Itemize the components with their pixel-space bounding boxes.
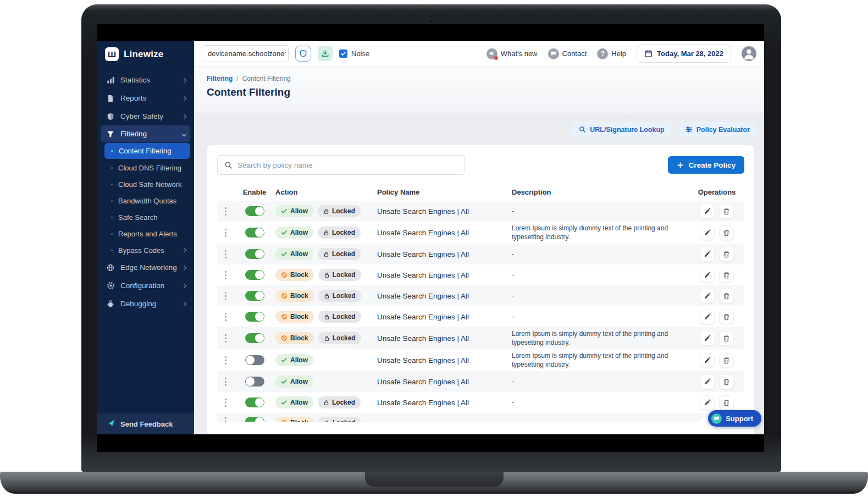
sidebar-item-bandwidth-quotas[interactable]: Bandwidth Quotas (97, 192, 194, 209)
sidebar-item-safe-search[interactable]: Safe Search (97, 209, 194, 225)
help-button[interactable]: ? Help (597, 48, 626, 59)
locked-badge: Locked (318, 290, 361, 302)
drag-handle-icon[interactable] (224, 250, 227, 259)
sidebar-item-content-filtering[interactable]: Content Filtering (104, 143, 190, 159)
delete-button[interactable] (719, 395, 734, 410)
drag-handle-icon[interactable] (224, 417, 227, 422)
enable-toggle[interactable] (245, 228, 264, 238)
delete-button[interactable] (719, 268, 734, 283)
brand-logo[interactable]: Ш Linewize (97, 41, 194, 67)
drag-handle-icon[interactable] (224, 377, 227, 386)
date-label: Today, Mar 28, 2022 (657, 49, 723, 58)
locked-badge: Locked (318, 227, 361, 239)
search-input[interactable] (237, 161, 458, 169)
sidebar-item-edge-networking[interactable]: Edge Networking (97, 258, 194, 277)
policy-name: Unsafe Search Engines | All (377, 313, 512, 321)
bug-icon (106, 300, 115, 308)
enable-toggle[interactable] (245, 333, 264, 343)
edit-button[interactable] (700, 268, 715, 283)
sidebar-item-filtering[interactable]: Filtering (101, 125, 190, 142)
enable-toggle[interactable] (245, 377, 264, 386)
whats-new-button[interactable]: What's new (486, 48, 538, 59)
drag-handle-icon[interactable] (224, 207, 227, 216)
edit-button[interactable] (700, 225, 715, 240)
person-icon (742, 46, 756, 61)
shield-toggle-button[interactable] (295, 46, 311, 62)
drag-handle-icon[interactable] (224, 334, 227, 343)
send-feedback-label: Send Feedback (120, 420, 173, 428)
date-picker-button[interactable]: Today, Mar 28, 2022 (637, 45, 731, 63)
support-chat-icon (711, 413, 722, 424)
send-feedback-button[interactable]: Send Feedback (97, 413, 194, 434)
sidebar-item-statistics[interactable]: Statistics (97, 71, 194, 89)
sidebar-item-reports[interactable]: Reports (97, 89, 194, 107)
policy-search[interactable] (217, 155, 465, 175)
delete-button[interactable] (719, 225, 734, 240)
table-row: Allow Allow Locked Unsafe Search Engines… (217, 201, 744, 222)
block-icon (281, 313, 288, 320)
sidebar-item-bypass-codes[interactable]: Bypass Codes (97, 242, 194, 258)
policy-name: Unsafe Search Engines | All (377, 207, 512, 216)
edit-button[interactable] (700, 247, 715, 262)
sidebar-item-cyber-safety[interactable]: Cyber Safety (97, 107, 194, 125)
url-signature-lookup-button[interactable]: URL/Signature Lookup (572, 122, 671, 137)
policy-evaluator-button[interactable]: Policy Evaluator (679, 122, 756, 137)
pencil-icon (704, 251, 711, 258)
drag-handle-icon[interactable] (224, 398, 227, 407)
drag-handle-icon[interactable] (224, 228, 227, 238)
delete-button[interactable] (719, 374, 734, 389)
trash-icon (723, 313, 730, 321)
enable-toggle[interactable] (245, 206, 264, 216)
enable-toggle[interactable] (245, 417, 264, 422)
enable-toggle[interactable] (245, 270, 264, 280)
drag-handle-icon[interactable] (224, 356, 227, 365)
sidebar-item-debugging[interactable]: Debugging (97, 295, 194, 313)
drag-handle-icon[interactable] (224, 270, 227, 280)
enable-toggle[interactable] (245, 291, 264, 301)
trash-icon (723, 335, 730, 342)
contact-button[interactable]: Contact (548, 48, 587, 59)
header-operations: Operations (689, 188, 744, 196)
device-selector[interactable]: devicename.schoolzone (202, 45, 289, 62)
sidebar-item-reports-and-alerts[interactable]: Reports and Alerts (97, 225, 194, 242)
enable-toggle[interactable] (245, 312, 264, 322)
enable-toggle[interactable] (245, 355, 264, 365)
bullet-dot-icon (111, 200, 113, 202)
edit-button[interactable] (700, 289, 715, 303)
delete-button[interactable] (719, 204, 734, 219)
enable-toggle[interactable] (245, 397, 264, 407)
breadcrumb-separator: / (236, 75, 238, 82)
delete-button[interactable] (719, 247, 734, 262)
delete-button[interactable] (719, 310, 734, 324)
edit-button[interactable] (700, 204, 715, 219)
drag-handle-icon[interactable] (224, 312, 227, 322)
enable-toggle[interactable] (245, 249, 264, 259)
edit-button[interactable] (700, 310, 715, 324)
edit-button[interactable] (700, 331, 715, 346)
edit-button[interactable] (700, 374, 715, 389)
lock-icon (323, 208, 329, 214)
breadcrumb-parent[interactable]: Filtering (207, 75, 233, 82)
delete-button[interactable] (719, 331, 734, 346)
drag-handle-icon[interactable] (224, 291, 227, 301)
policy-name: Unsafe Search Engines | All (377, 292, 512, 300)
sliders-icon (685, 126, 693, 133)
edit-button[interactable] (700, 353, 715, 368)
delete-button[interactable] (719, 289, 734, 303)
checkbox-checked-icon[interactable] (339, 49, 347, 58)
noise-checkbox-group[interactable]: Noise (339, 49, 369, 58)
download-button[interactable] (318, 46, 333, 61)
block-badge: Block (275, 269, 314, 281)
create-policy-button[interactable]: Create Policy (668, 156, 744, 174)
policy-name: Unsafe Search Engines | All (377, 356, 512, 365)
block-badge: Block (275, 290, 314, 302)
user-avatar[interactable] (742, 46, 756, 61)
globe-icon (106, 263, 115, 272)
block-icon (281, 272, 288, 278)
delete-button[interactable] (719, 353, 734, 368)
sidebar-item-cloud-dns-filtering[interactable]: Cloud DNS Filtering (97, 159, 194, 176)
sidebar-item-cloud-safe-network[interactable]: Cloud Safe Network (97, 176, 194, 192)
sidebar-item-configuration[interactable]: Configuration (97, 277, 194, 295)
edit-button[interactable] (700, 395, 715, 410)
support-button[interactable]: Support (708, 410, 761, 427)
